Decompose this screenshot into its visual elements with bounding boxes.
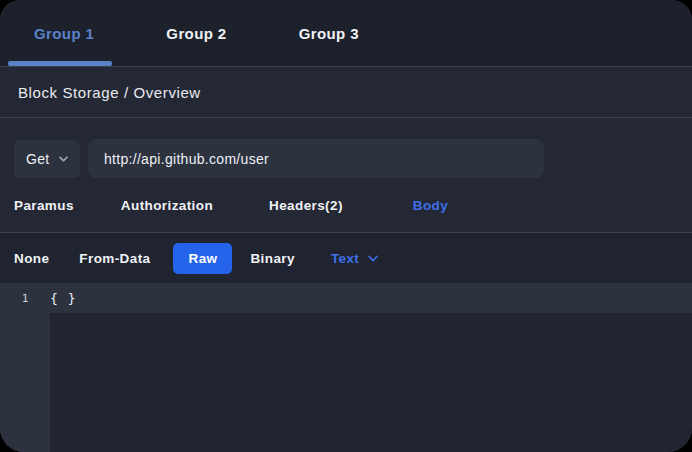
breadcrumb-row: Block Storage / Overview xyxy=(0,67,692,118)
breadcrumb: Block Storage / Overview xyxy=(18,84,201,101)
tab-headers[interactable]: Headers(2) xyxy=(269,198,343,213)
request-url-input[interactable] xyxy=(88,139,544,178)
editor-line[interactable]: 1 { } xyxy=(0,283,692,313)
tab-authorization[interactable]: Authorization xyxy=(121,198,213,213)
line-content: { } xyxy=(50,291,76,306)
mode-none[interactable]: None xyxy=(14,251,49,266)
tab-paramus[interactable]: Paramus xyxy=(14,198,74,213)
http-method-value: Get xyxy=(26,151,49,167)
tab-group-3[interactable]: Group 3 xyxy=(299,25,359,42)
line-number: 1 xyxy=(0,292,50,305)
tab-group-1[interactable]: Group 1 xyxy=(34,25,94,42)
chevron-down-icon xyxy=(368,255,378,262)
mode-form-data[interactable]: From-Data xyxy=(79,251,150,266)
request-url-row: Get xyxy=(0,118,692,178)
editor-gutter xyxy=(0,313,50,452)
tab-body[interactable]: Body xyxy=(413,198,448,213)
body-mode-bar: None From-Data Raw Binary Text xyxy=(0,233,692,283)
mode-binary[interactable]: Binary xyxy=(250,251,294,266)
chevron-down-icon xyxy=(59,156,68,162)
body-code-editor[interactable]: 1 { } xyxy=(0,283,692,452)
group-tab-bar: Group 1 Group 2 Group 3 xyxy=(0,0,692,67)
active-tab-underline xyxy=(8,61,112,66)
body-format-dropdown[interactable]: Text xyxy=(331,251,378,266)
request-tab-bar: Paramus Authorization Headers(2) Body xyxy=(0,178,692,232)
request-section: Get Paramus Authorization Headers(2) Bod… xyxy=(0,118,692,233)
tab-group-2[interactable]: Group 2 xyxy=(166,25,226,42)
http-method-dropdown[interactable]: Get xyxy=(14,140,80,178)
body-format-value: Text xyxy=(331,251,359,266)
api-client-window: Group 1 Group 2 Group 3 Block Storage / … xyxy=(0,0,692,452)
mode-raw-button[interactable]: Raw xyxy=(173,243,232,274)
